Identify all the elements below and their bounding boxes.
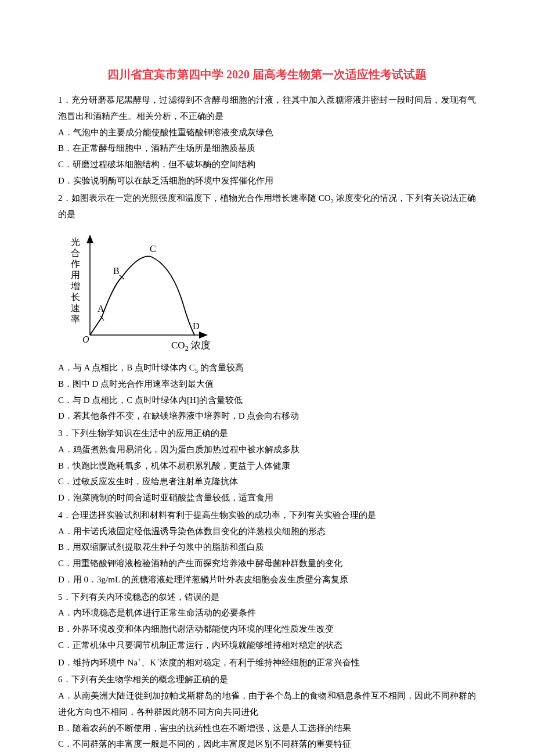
point-b-label: B <box>113 266 120 276</box>
point-a-label: A <box>98 304 104 314</box>
q1-option-a: A．气泡中的主要成分能使酸性重铬酸钾溶液变成灰绿色 <box>58 125 476 141</box>
q1-stem: 1．充分研磨慕尼黑酵母，过滤得到不含酵母细胞的汁液，往其中加入蔗糖溶液并密封一段… <box>58 92 476 125</box>
x-axis-label: CO2 浓度 <box>171 340 211 352</box>
q3-option-a: A．鸡蛋煮熟食用易消化，因为蛋白质加热过程中被水解成多肽 <box>58 442 476 458</box>
q6-stem: 6．下列有关生物学相关的概念理解正确的是 <box>58 672 476 688</box>
svg-text:作: 作 <box>70 259 80 269</box>
svg-text:用: 用 <box>71 270 80 280</box>
origin-label: O <box>82 334 89 344</box>
q2-stem-prefix: 2．如图表示在一定的光照强度和温度下，植物光合作用增长速率随 CO <box>58 193 331 203</box>
q1-option-c: C．研磨过程破坏细胞结构，但不破坏酶的空间结构 <box>58 157 476 173</box>
q6-option-b: B．随着农药的不断使用，害虫的抗药性也在不断增强，这是人工选择的结果 <box>58 721 476 737</box>
q1-option-d: D．实验说明酶可以在缺乏活细胞的环境中发挥催化作用 <box>58 173 476 189</box>
svg-text:速: 速 <box>71 303 80 313</box>
q2-option-b: B．图中 D 点时光合作用速率达到最大值 <box>58 376 476 393</box>
q4-option-a: A．用卡诺氏液固定经低温诱导染色体数目变化的洋葱根尖细胞的形态 <box>58 524 476 540</box>
q3-option-d: D．泡菜腌制的时间合适时亚硝酸盐含量较低，适宜食用 <box>58 490 476 506</box>
point-d-label: D <box>193 321 200 331</box>
q4-option-d: D．用 0．3g/mL 的蔗糖溶液处理洋葱鳞片叶外表皮细胞会发生质壁分离复原 <box>58 572 476 588</box>
question-1: 1．充分研磨慕尼黑酵母，过滤得到不含酵母细胞的汁液，往其中加入蔗糖溶液并密封一段… <box>58 92 476 189</box>
question-3: 3．下列生物学知识在生活中的应用正确的是 A．鸡蛋煮熟食用易消化，因为蛋白质加热… <box>58 426 476 506</box>
q2-stem: 2．如图表示在一定的光照强度和温度下，植物光合作用增长速率随 CO2 浓度变化的… <box>58 190 476 223</box>
svg-text:增: 增 <box>70 281 80 291</box>
q5-option-d: D．维持内环境中 Na+、K+浓度的相对稳定，有利于维持神经细胞的正常兴奋性 <box>58 654 476 671</box>
page-title: 四川省宜宾市第四中学 2020 届高考生物第一次适应性考试试题 <box>58 64 476 85</box>
q6-option-c: C．不同群落的丰富度一般是不同的，因此丰富度是区别不同群落的重要特征 <box>58 736 476 753</box>
chart-svg: A B C D O 光 合 作 用 增 长 速 率 CO2 浓度 <box>58 228 226 355</box>
svg-text:合: 合 <box>71 248 80 258</box>
q4-option-b: B．用双缩脲试剂提取花生种子匀浆中的脂肪和蛋白质 <box>58 539 476 556</box>
q5-option-a: A．内环境稳态是机体进行正常生命活动的必要条件 <box>58 605 476 621</box>
q3-stem: 3．下列生物学知识在生活中的应用正确的是 <box>58 426 476 442</box>
photosynthesis-chart: A B C D O 光 合 作 用 增 长 速 率 CO2 浓度 <box>58 228 476 355</box>
q2a-prefix: A．与 A 点相比，B 点时叶绿体内 C <box>58 363 195 372</box>
q3-option-c: C．过敏反应发生时，应给患者注射单克隆抗体 <box>58 474 476 490</box>
q5-option-c: C．正常机体中只要调节机制正常运行，内环境就能够维持相对稳定的状态 <box>58 638 476 654</box>
q1-option-b: B．在正常酵母细胞中，酒精产生场所是细胞质基质 <box>58 141 476 157</box>
q5d-suffix: 浓度的相对稳定，有利于维持神经细胞的正常兴奋性 <box>160 658 360 667</box>
q5d-prefix: D．维持内环境中 Na <box>58 658 138 667</box>
svg-text:率: 率 <box>71 314 80 324</box>
y-axis-label: 光 <box>71 237 80 247</box>
q5-option-b: B．外界环境改变和体内细胞代谢活动都能使内环境的理化性质发生改变 <box>58 621 476 638</box>
question-4: 4．合理选择实验试剂和材料有利于提高生物实验的成功率，下列有关实验合理的是 A．… <box>58 507 476 588</box>
q2a-suffix: 的含量较高 <box>198 363 244 372</box>
q2-option-c: C．与 D 点相比，C 点时叶绿体内[H]的含量较低 <box>58 393 476 409</box>
q2-option-d: D．若其他条件不变，在缺镁培养液中培养时，D 点会向右移动 <box>58 408 476 424</box>
q5-stem: 5．下列有关内环境稳态的叙述，错误的是 <box>58 589 476 606</box>
q4-option-c: C．用重铬酸钾溶液检验酒精的产生而探究培养液中酵母菌种群数量的变化 <box>58 556 476 572</box>
point-c-label: C <box>150 244 156 254</box>
question-2: 2．如图表示在一定的光照强度和温度下，植物光合作用增长速率随 CO2 浓度变化的… <box>58 190 476 425</box>
q6-option-a: A．从南美洲大陆迁徙到加拉帕戈斯群岛的地雀，由于各个岛上的食物和栖息条件互不相同… <box>58 688 476 721</box>
q2-option-a: A．与 A 点相比，B 点时叶绿体内 C5 的含量较高 <box>58 360 476 376</box>
question-6: 6．下列有关生物学相关的概念理解正确的是 A．从南美洲大陆迁徙到加拉帕戈斯群岛的… <box>58 672 476 753</box>
q3-option-b: B．快跑比慢跑耗氧多，机体不易积累乳酸，更益于人体健康 <box>58 458 476 474</box>
question-5: 5．下列有关内环境稳态的叙述，错误的是 A．内环境稳态是机体进行正常生命活动的必… <box>58 589 476 671</box>
q5d-mid: 、K <box>141 658 156 667</box>
q4-stem: 4．合理选择实验试剂和材料有利于提高生物实验的成功率，下列有关实验合理的是 <box>58 507 476 524</box>
svg-text:长: 长 <box>71 292 80 302</box>
